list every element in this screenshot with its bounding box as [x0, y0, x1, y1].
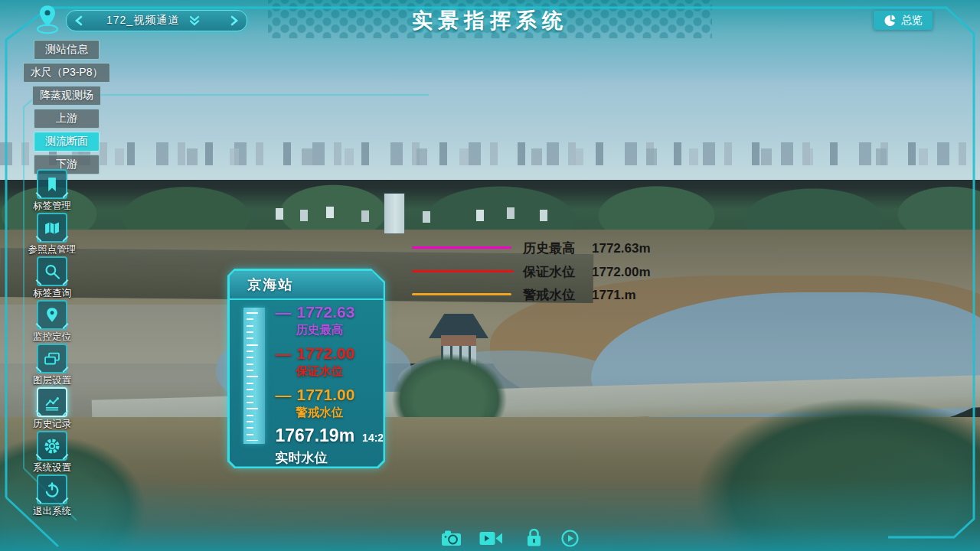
level-row-guaranteed: —1772.00 保证水位 — [276, 344, 355, 380]
ruler-ticks-long — [247, 312, 258, 441]
tool-layer-settings: 图层设置 — [31, 344, 74, 387]
system-settings-button[interactable] — [37, 431, 67, 461]
power-icon — [42, 480, 62, 500]
location-icon — [42, 305, 62, 325]
level-row-historic: —1772.63 历史最高 — [276, 303, 355, 338]
level-name: 警戒水位 — [523, 288, 575, 302]
tool-label: 监控定位 — [33, 331, 71, 344]
exit-system-button[interactable] — [37, 474, 67, 504]
level-value: 1772.00 — [297, 344, 355, 362]
tag-search-button[interactable] — [37, 256, 67, 286]
tool-system-settings: 系统设置 — [31, 431, 74, 474]
sidebar-item-water-gauge[interactable]: 水尺（P3-P8） — [23, 63, 111, 83]
tool-label: 标签查询 — [33, 287, 71, 300]
gear-icon — [42, 436, 62, 456]
overview-button[interactable]: 总览 — [874, 11, 933, 30]
level-name: 保证水位 — [523, 265, 575, 279]
history-chart-icon — [42, 393, 62, 412]
sidebar-item-evaporation-site[interactable]: 降蒸观测场 — [32, 86, 101, 106]
tool-label: 系统设置 — [33, 461, 71, 474]
search-icon — [42, 262, 62, 282]
map-icon — [42, 218, 62, 238]
level-value: 1772.63 — [297, 303, 355, 321]
bookmark-icon — [42, 174, 62, 194]
tool-label: 参照点管理 — [28, 243, 77, 256]
level-row-warning: —1771.00 警戒水位 — [276, 386, 355, 421]
app-window: 172_视频通道 实景指挥系统 总览 测站信息 水尺（P3-P8） 降蒸观测场 … — [0, 0, 980, 551]
historic-level-caption: 历史最高1772.63m — [523, 240, 651, 257]
lock-icon[interactable] — [526, 528, 542, 547]
level-label: 保证水位 — [276, 364, 355, 380]
tool-label: 标签管理 — [33, 200, 71, 213]
station-panel-header: 京海站 — [230, 271, 384, 300]
layer-settings-button[interactable] — [37, 344, 67, 373]
level-dash: — — [276, 386, 292, 403]
page-title: 实景指挥系统 — [0, 7, 980, 34]
sidebar-item-station-info[interactable]: 测站信息 — [34, 40, 100, 60]
monitor-locate-button[interactable] — [37, 300, 67, 330]
overview-label: 总览 — [901, 14, 923, 28]
sidebar-item-upstream[interactable]: 上游 — [34, 109, 100, 129]
realtime-value: 1767.19m — [276, 425, 355, 445]
tool-history: 历史记录 — [31, 387, 74, 431]
station-panel-body: 京海站 —1772.63 历史最高 —1772.00 保证水位 — [230, 271, 384, 467]
historic-level-line — [412, 246, 511, 249]
level-reading: 1772.00m — [592, 265, 651, 279]
tool-monitor-locate: 监控定位 — [31, 300, 74, 344]
warning-level-caption: 警戒水位1771.m — [523, 286, 636, 304]
level-value: 1771.00 — [297, 386, 355, 403]
station-name: 京海站 — [230, 276, 294, 294]
level-reading: 1771.m — [592, 288, 636, 302]
level-label: 警戒水位 — [276, 405, 355, 421]
level-reading: 1772.63m — [592, 241, 651, 256]
tool-label: 退出系统 — [33, 505, 71, 518]
tool-label: 图层设置 — [33, 374, 71, 387]
tool-reference-points: 参照点管理 — [31, 213, 74, 256]
station-panel: 京海站 —1772.63 历史最高 —1772.00 保证水位 — [227, 269, 385, 468]
pie-chart-icon — [884, 15, 896, 27]
level-label: 历史最高 — [276, 322, 355, 338]
realtime-label: 实时水位 — [276, 449, 390, 467]
tool-label: 历史记录 — [33, 418, 71, 431]
tag-manage-button[interactable] — [37, 169, 67, 199]
layers-icon — [42, 349, 62, 369]
level-dash: — — [276, 303, 292, 321]
tool-exit-system: 退出系统 — [31, 474, 74, 518]
sidebar-item-flow-section[interactable]: 测流断面 — [34, 132, 100, 152]
tool-tag-search: 标签查询 — [31, 256, 74, 300]
level-dash: — — [276, 344, 292, 362]
guaranteed-level-line — [412, 270, 514, 272]
play-icon[interactable] — [561, 530, 579, 547]
warning-level-line — [412, 293, 511, 295]
video-record-icon[interactable] — [479, 531, 503, 546]
water-level-ruler — [243, 308, 265, 444]
history-button[interactable] — [37, 387, 67, 417]
sidebar-nav: 测站信息 水尺（P3-P8） 降蒸观测场 上游 测流断面 下游 — [26, 40, 107, 174]
sidebar-tools: 标签管理 参照点管理 标签查询 — [31, 169, 74, 518]
snapshot-camera-icon[interactable] — [441, 530, 462, 546]
guaranteed-level-caption: 保证水位1772.00m — [523, 263, 651, 281]
tool-tag-manage: 标签管理 — [31, 169, 74, 213]
level-name: 历史最高 — [523, 241, 575, 256]
realtime-level-row: 1767.19m14:20 实时水位 — [276, 425, 390, 467]
reference-points-button[interactable] — [37, 213, 67, 243]
